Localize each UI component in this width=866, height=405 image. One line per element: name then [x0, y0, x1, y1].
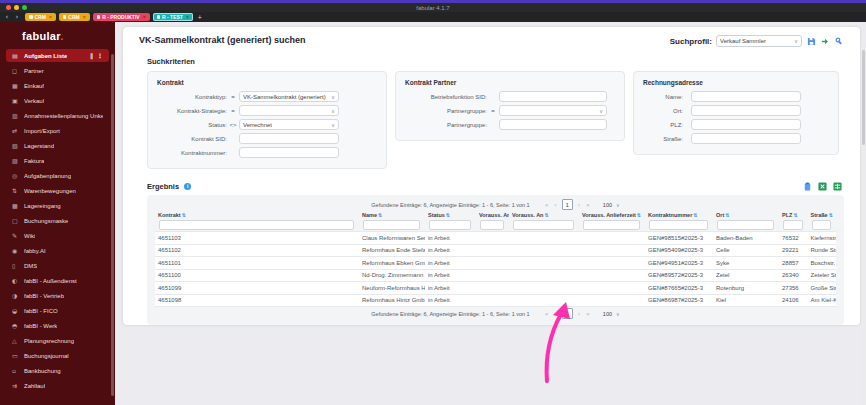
drag-handle-icon[interactable]: ∥	[90, 52, 93, 59]
column-header[interactable]: Name⇅	[359, 211, 425, 219]
sidebar-item[interactable]: △ Planungsrechnung ∥ ⋮	[6, 334, 109, 347]
column-filter-input[interactable]	[717, 220, 774, 230]
sidebar-item[interactable]: ▩ Lagereingang ∥ ⋮	[6, 199, 109, 212]
prev-page-button[interactable]: ‹	[553, 310, 557, 317]
sidebar-item[interactable]: ▫ Bankbuchung ∥ ⋮	[6, 364, 109, 377]
column-filter-input[interactable]	[513, 220, 574, 230]
field-input[interactable]: ∨	[239, 105, 339, 116]
column-filter-input[interactable]	[812, 220, 832, 230]
sidebar-item[interactable]: ◒ fabBI - FICO ∥ ⋮	[6, 304, 109, 317]
sidebar-item[interactable]: ◓ fabBI - Werk ∥ ⋮	[6, 319, 109, 332]
field-input[interactable]	[691, 133, 801, 144]
table-row[interactable]: 4651101 Reformhaus Ebken GmbH & Co. KG i…	[155, 257, 836, 270]
tab-close-icon[interactable]: ×	[186, 14, 189, 20]
info-icon[interactable]: i	[184, 183, 191, 190]
sidebar-item[interactable]: ◉ fabby.AI ∥ ⋮	[6, 244, 109, 257]
column-header[interactable]: Vorauss. An⇅	[509, 211, 579, 219]
column-header[interactable]: Ort⇅	[713, 211, 779, 219]
field-input[interactable]: VK-Sammelkontrakt (generiert) ∨	[239, 91, 339, 102]
clipboard-icon[interactable]	[802, 181, 812, 191]
sidebar-item[interactable]: ▨ Faktura ∥ ⋮	[6, 154, 109, 167]
column-filter-input[interactable]	[363, 220, 420, 230]
sidebar-item[interactable]: ◎ Aufgabenplanung ∥ ⋮	[6, 169, 109, 182]
next-page-button[interactable]: ›	[577, 310, 581, 317]
sidebar-item[interactable]: ▣ Verkauf ∥ ⋮	[6, 94, 109, 107]
field-input[interactable]: Verrechnet ∨	[239, 119, 339, 130]
window-scrollbar[interactable]	[861, 44, 866, 405]
tab-close-icon[interactable]: ×	[143, 14, 146, 20]
column-header[interactable]: Vorauss. Anliefertermin⇅	[476, 211, 509, 219]
nav-forward-button[interactable]: ›	[13, 13, 21, 21]
sidebar-item[interactable]: ◑ fabBI - Vertrieb ∥ ⋮	[6, 289, 109, 302]
new-tab-button[interactable]: +	[198, 14, 202, 21]
page-size-select[interactable]: 100 ∨	[603, 311, 620, 317]
nav-back-button[interactable]: ‹	[3, 13, 11, 21]
table-row[interactable]: 4651102 Reformhaus Ende Stefanie Ende-Re…	[155, 244, 836, 257]
prev-page-button[interactable]: ‹	[553, 201, 557, 208]
field-input[interactable]	[691, 119, 801, 130]
column-filter-input[interactable]	[159, 220, 354, 230]
excel-export-all-icon[interactable]	[832, 181, 842, 191]
zoom-window-button[interactable]	[22, 5, 27, 10]
more-options-icon[interactable]: ⋮	[97, 52, 103, 59]
table-row[interactable]: 4651100 Nd-Drog. Zimmermann Uta Theuer i…	[155, 269, 836, 282]
current-page[interactable]: 1	[562, 199, 573, 210]
column-header[interactable]: PLZ⇅	[779, 211, 808, 219]
field-input[interactable]	[499, 91, 607, 102]
field-input[interactable]	[499, 119, 607, 130]
column-header[interactable]: Kontrakt⇅	[155, 211, 359, 219]
sidebar-scrollbar[interactable]	[111, 54, 114, 396]
last-page-button[interactable]: »	[585, 201, 591, 208]
sidebar-item[interactable]: ▦ Einkauf ∥ ⋮	[6, 79, 109, 92]
last-page-button[interactable]: »	[585, 310, 591, 317]
column-filter-input[interactable]	[649, 220, 708, 230]
sidebar-item[interactable]: ✎ Wiki ∥ ⋮	[6, 229, 109, 242]
first-page-button[interactable]: «	[544, 201, 550, 208]
next-page-button[interactable]: ›	[577, 201, 581, 208]
column-header[interactable]: Straße⇅	[808, 211, 837, 219]
field-input[interactable]: ∨	[499, 105, 607, 116]
table-row[interactable]: 4651103 Claus Reformwaren Service Team G…	[155, 232, 836, 245]
column-header[interactable]: Vorauss. Anlieferzeit⇅	[579, 211, 645, 219]
save-profile-icon[interactable]	[806, 36, 816, 46]
column-filter-input[interactable]	[429, 220, 471, 230]
close-window-button[interactable]	[6, 5, 11, 10]
sidebar-item[interactable]: ▧ Lagerstand ∥ ⋮	[6, 139, 109, 152]
sidebar-item[interactable]: ◐ fabBI - Außendienst ∥ ⋮	[6, 274, 109, 287]
sidebar-item[interactable]: ▥ Annahmestellenplanung Unkel ∥ ⋮	[6, 109, 109, 122]
session-tab[interactable]: CRM ×	[59, 13, 90, 21]
sidebar-item[interactable]: ▤ Aufgaben Liste ∥ ⋮	[6, 49, 109, 62]
tab-close-icon[interactable]: ×	[83, 14, 86, 20]
first-page-button[interactable]: «	[544, 310, 550, 317]
sidebar-item[interactable]: ⇉ Zahllauf ∥ ⋮	[6, 379, 109, 392]
column-filter-input[interactable]	[783, 220, 803, 230]
minimize-window-button[interactable]	[14, 5, 19, 10]
sidebar-item[interactable]: ⇄ Import/Export ∥ ⋮	[6, 124, 109, 137]
current-page[interactable]: 1	[562, 308, 573, 319]
excel-export-icon[interactable]	[817, 181, 827, 191]
search-profile-select[interactable]: Verkauf Sammler ∨	[716, 35, 802, 47]
field-input[interactable]	[691, 105, 801, 116]
sidebar-item[interactable]: ▢ Buchungsmaske ∥ ⋮	[6, 214, 109, 227]
column-filter-input[interactable]	[480, 220, 504, 230]
tab-close-icon[interactable]: ×	[49, 14, 52, 20]
column-header[interactable]: Status⇅	[425, 211, 476, 219]
page-size-select[interactable]: 100 ∨	[603, 202, 620, 208]
column-header[interactable]: Kontraktnummer⇅	[645, 211, 713, 219]
sidebar-item[interactable]: ▯ DMS ∥ ⋮	[6, 259, 109, 272]
session-tab[interactable]: R - TEST ×	[153, 13, 193, 21]
field-input[interactable]	[239, 147, 339, 158]
sidebar-item[interactable]: ◻ Partner ∥ ⋮	[6, 64, 109, 77]
apply-profile-icon[interactable]	[820, 36, 830, 46]
table-row[interactable]: 4651099 Neuform-Reformhaus Holger De Vri…	[155, 282, 836, 295]
session-tab[interactable]: R - PRODUKTIV ×	[93, 13, 150, 21]
sidebar-item[interactable]: ⇅ Warenbewegungen ∥ ⋮	[6, 184, 109, 197]
manage-profile-icon[interactable]	[834, 36, 844, 46]
field-input[interactable]	[239, 133, 339, 144]
field-input[interactable]	[691, 91, 801, 102]
column-filter-input[interactable]	[583, 220, 640, 230]
sidebar-item[interactable]: ▭ Buchungsjournal ∥ ⋮	[6, 349, 109, 362]
scrollbar-thumb[interactable]	[862, 50, 865, 145]
session-tab[interactable]: CRM ×	[25, 13, 56, 21]
table-row[interactable]: 4651098 Reformhaus Hintz GmbH & Co. KG i…	[155, 294, 836, 307]
